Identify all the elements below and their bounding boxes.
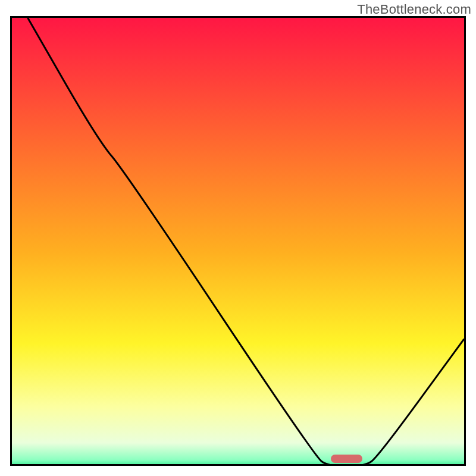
chart-frame: TheBottleneck.com — [0, 0, 476, 476]
watermark-text: TheBottleneck.com — [357, 2, 471, 17]
optimum-marker — [331, 455, 362, 463]
bottleneck-curve — [12, 18, 464, 466]
plot-area — [10, 16, 466, 466]
